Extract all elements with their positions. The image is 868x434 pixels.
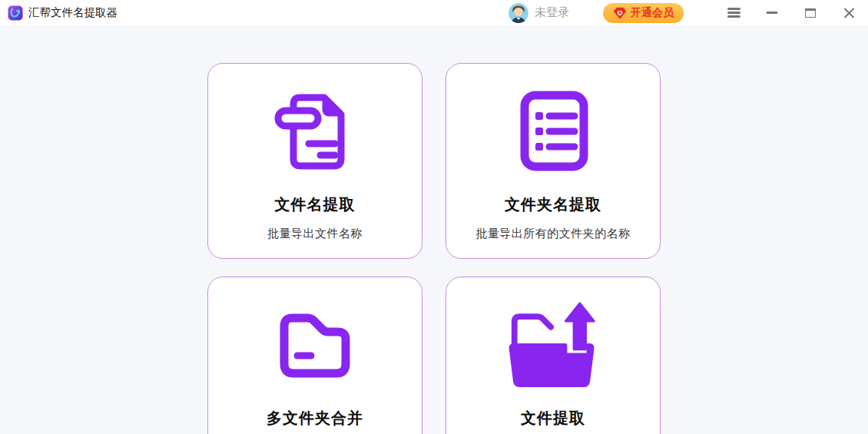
maximize-button[interactable]	[802, 3, 819, 23]
document-tag-icon	[269, 85, 361, 177]
card-filename-extract[interactable]: 文件名提取 批量导出文件名称	[207, 63, 422, 259]
card-title: 文件名提取	[208, 194, 422, 215]
vip-button-label: 开通会员	[631, 6, 674, 20]
vip-button[interactable]: 开通会员	[603, 3, 684, 23]
menu-icon	[727, 8, 740, 18]
folder-outline-icon	[269, 299, 361, 391]
card-title: 多文件夹合并	[208, 408, 422, 429]
minimize-button[interactable]	[764, 3, 780, 23]
close-icon	[843, 7, 855, 18]
main-area: 文件名提取 批量导出文件名称 文件夹名提取 批量导出所有的文件夹的名称	[0, 25, 868, 434]
app-title: 汇帮文件名提取器	[28, 5, 118, 20]
feature-card-grid: 文件名提取 批量导出文件名称 文件夹名提取 批量导出所有的文件夹的名称	[207, 63, 661, 434]
vip-diamond-icon	[613, 6, 627, 20]
card-foldername-extract[interactable]: 文件夹名提取 批量导出所有的文件夹的名称	[446, 63, 661, 259]
maximize-icon	[805, 8, 816, 18]
window-controls	[704, 3, 857, 23]
list-document-icon	[507, 85, 599, 177]
titlebar: 汇帮文件名提取器 未登录 开通会员	[0, 0, 868, 25]
app-logo-icon	[8, 5, 23, 21]
card-subtitle: 批量导出文件名称	[208, 227, 422, 241]
card-multi-folder-merge[interactable]: 多文件夹合并	[207, 277, 422, 434]
card-subtitle: 批量导出所有的文件夹的名称	[446, 227, 660, 241]
menu-button[interactable]	[725, 3, 742, 23]
folder-upload-icon	[507, 299, 599, 391]
card-title: 文件夹名提取	[446, 194, 660, 215]
user-avatar[interactable]	[509, 3, 528, 23]
titlebar-right: 未登录 开通会员	[509, 3, 857, 23]
card-title: 文件提取	[446, 408, 660, 429]
minimize-icon	[767, 12, 777, 13]
card-file-extract[interactable]: 文件提取	[446, 277, 661, 434]
app-identity: 汇帮文件名提取器	[8, 5, 118, 21]
close-button[interactable]	[840, 3, 857, 23]
login-status[interactable]: 未登录	[535, 5, 569, 20]
